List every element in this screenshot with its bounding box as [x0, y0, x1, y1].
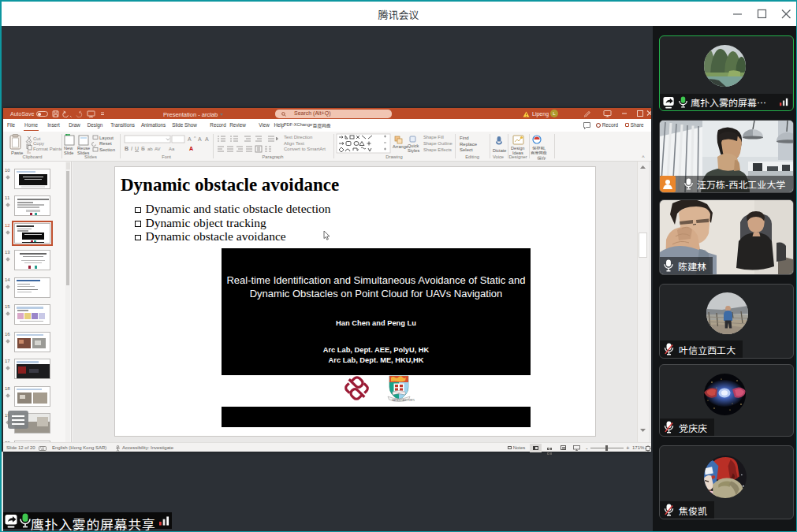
- svg-text:Cut: Cut: [33, 136, 41, 141]
- svg-text:Format Painter: Format Painter: [33, 147, 61, 151]
- svg-text:A: A: [189, 146, 193, 151]
- svg-text:Reset: Reset: [99, 141, 112, 146]
- svg-text:A: A: [188, 136, 192, 142]
- svg-text:Styles: Styles: [408, 148, 419, 153]
- svg-text:Convert to SmartArt: Convert to SmartArt: [284, 147, 326, 151]
- svg-text:Text Direction: Text Direction: [284, 135, 312, 140]
- svg-text:Shape Effects: Shape Effects: [423, 147, 452, 152]
- svg-text:百度网盘: 百度网盘: [531, 150, 547, 155]
- svg-text:Copy: Copy: [33, 141, 44, 146]
- svg-text:S: S: [141, 146, 145, 151]
- svg-text:^: ^: [194, 136, 196, 140]
- svg-text:I: I: [131, 146, 132, 151]
- svg-text:A: A: [205, 136, 209, 142]
- svg-text:Replace: Replace: [460, 142, 478, 147]
- svg-text:Section: Section: [99, 147, 115, 152]
- svg-text:Arrange: Arrange: [393, 144, 408, 149]
- svg-text:Find: Find: [460, 136, 469, 140]
- svg-text:SAPIENTIA ET VIRTUS: SAPIENTIA ET VIRTUS: [392, 399, 415, 402]
- svg-text:Ideas: Ideas: [512, 151, 523, 155]
- svg-text:Paste: Paste: [11, 151, 24, 155]
- svg-text:Align Text: Align Text: [284, 141, 304, 146]
- svg-text:Slides: Slides: [77, 151, 89, 155]
- svg-text:Shape Outline: Shape Outline: [423, 141, 453, 146]
- svg-text:Dictate: Dictate: [493, 148, 506, 153]
- svg-text:Slide: Slide: [64, 151, 73, 155]
- svg-text:Shape Fill: Shape Fill: [423, 135, 444, 140]
- svg-text:U: U: [135, 146, 139, 151]
- svg-text:Aa: Aa: [169, 147, 175, 151]
- svg-text:AV: AV: [155, 147, 161, 151]
- svg-text:Layout: Layout: [99, 136, 114, 140]
- svg-text:A: A: [198, 136, 202, 142]
- svg-text:Select: Select: [460, 147, 473, 152]
- svg-text:B: B: [125, 146, 128, 151]
- svg-text:ab: ab: [147, 147, 153, 151]
